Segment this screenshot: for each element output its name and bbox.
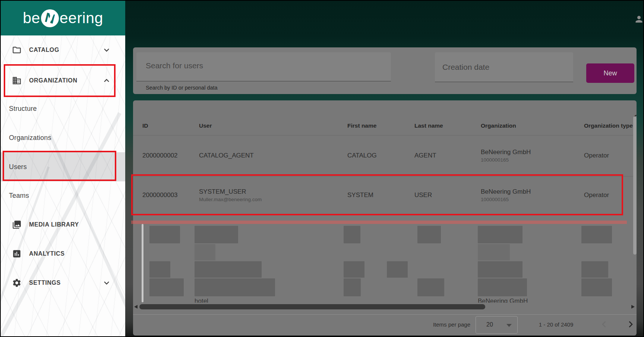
logo-emblem-icon: N [41,9,59,27]
sidebar-item-label: Structure [9,105,37,113]
redacted-block [478,261,523,278]
next-page-button[interactable] [625,319,636,330]
analytics-icon [12,249,22,259]
page-size-select[interactable]: 20 [476,316,518,334]
cell-last-name: AGENT [414,152,481,159]
redacted-block [344,226,360,243]
column-header-user[interactable]: User [199,121,347,130]
creation-date-placeholder: Creation date [442,63,489,72]
vertical-scrollbar-left[interactable] [142,224,143,302]
annotation-box-system-user-row [131,174,623,215]
redacted-block [195,261,262,278]
sidebar: be N eering CATALOG ORGANIZATION [1,1,125,337]
redacted-block [195,244,215,260]
new-user-button[interactable]: New [586,63,634,83]
sidebar-item-label: SETTINGS [29,280,61,286]
cell-organization-type: Operator [584,152,634,159]
beneering-logo: be N eering [23,9,103,27]
annotation-underline [131,221,627,224]
redacted-block [417,278,444,296]
redacted-block [149,226,180,243]
logo-text-right: eering [60,9,103,27]
items-per-page-label: Items per page [407,321,470,328]
redacted-block [195,278,275,296]
sidebar-item-label: CATALOG [29,47,59,53]
sidebar-item-structure[interactable]: Structure [1,100,125,117]
annotation-box-users [3,151,116,181]
column-header-organization[interactable]: Organization [481,121,584,130]
sidebar-item-catalog[interactable]: CATALOG [1,42,125,58]
logo-text-left: be [23,9,40,27]
horizontal-scrollbar[interactable] [133,304,637,310]
redacted-block [581,226,612,243]
sidebar-item-media-library[interactable]: MEDIA LIBRARY [1,216,125,233]
cell-id: 2000000002 [142,152,199,159]
logo-block: be N eering [1,1,125,35]
cell-first-name: CATALOG [347,152,414,159]
account-person-icon[interactable] [634,14,644,24]
sidebar-item-analytics[interactable]: ANALYTICS [1,246,125,262]
column-header-organization-type[interactable]: Organization type [584,121,634,130]
creation-date-input[interactable]: Creation date [435,52,573,82]
pagination-range: 1 - 20 of 2409 [528,321,584,328]
clipped-row: hotel BeNeering GmbH [1,297,644,303]
sidebar-item-label: Teams [9,192,29,200]
redacted-block [149,278,184,296]
previous-page-button[interactable] [599,319,610,330]
folder-icon [12,45,22,55]
redacted-block [478,278,527,296]
cell-user: CATALOG_AGENT [199,152,347,159]
horizontal-scrollbar-thumb[interactable] [139,304,485,309]
sidebar-item-organizations[interactable]: Organizations [1,130,125,146]
redacted-block [387,261,408,278]
column-header-last-name[interactable]: Last name [414,121,481,130]
redacted-block [417,226,441,243]
redacted-block [478,226,523,243]
redacted-block [195,226,238,243]
search-hint: Search by ID or personal data [146,85,218,91]
clipped-user-text: hotel [195,297,208,303]
scroll-right-arrow-icon[interactable] [631,305,635,309]
organization-id: 1000000165 [481,157,584,163]
dropdown-caret-icon [506,324,512,327]
vertical-scrollbar-thumb[interactable] [633,116,637,255]
media-library-icon [12,220,22,230]
redacted-block [149,261,170,278]
table-row[interactable]: 2000000002 CATALOG_AGENT CATALOG AGENT B… [133,135,637,176]
cell-organization: BeNeering GmbH 1000000165 [481,149,584,163]
sidebar-item-label: Organizations [9,134,51,142]
column-header-first-name[interactable]: First name [347,121,414,130]
user-search-panel: Search for users Search by ID or persona… [133,47,637,94]
scroll-left-arrow-icon[interactable] [134,305,138,309]
redacted-block [581,261,608,278]
sidebar-item-teams[interactable]: Teams [1,187,125,204]
sidebar-item-label: MEDIA LIBRARY [29,221,79,228]
sidebar-item-settings[interactable]: SETTINGS [1,275,125,291]
pagination-divider [133,314,637,315]
chevron-down-icon[interactable] [102,278,111,287]
table-header-row: ID User First name Last name Organizatio… [133,100,637,135]
app-screen: be N eering CATALOG ORGANIZATION [0,0,644,337]
search-input[interactable]: Search for users [136,52,391,81]
redacted-block [344,278,361,296]
redacted-block [581,278,612,296]
redacted-block [344,261,364,278]
page-size-value: 20 [486,321,493,328]
search-placeholder: Search for users [146,61,203,70]
gear-icon [12,278,22,288]
clipped-organization-text: BeNeering GmbH [478,297,528,303]
redacted-block [478,244,510,260]
annotation-box-organization [4,64,116,97]
column-header-id[interactable]: ID [142,121,199,130]
sidebar-item-label: ANALYTICS [29,250,65,257]
chevron-down-icon[interactable] [102,46,111,54]
